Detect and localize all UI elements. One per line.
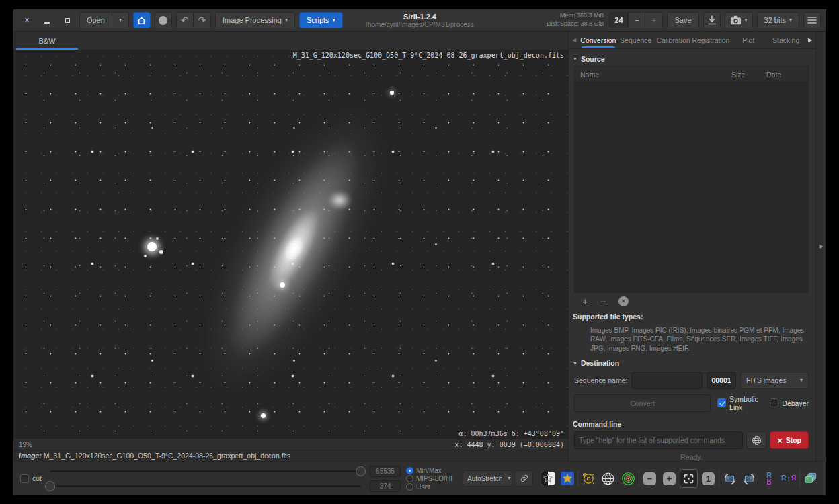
snapshot-button[interactable]: ▾ — [725, 12, 753, 28]
column-date[interactable]: Date — [766, 71, 808, 79]
target-rings-icon — [621, 472, 635, 486]
tab-conversion[interactable]: Conversion — [580, 32, 617, 48]
source-file-list[interactable]: Name Size Date — [574, 66, 809, 293]
image-canvas[interactable]: M_31_G_120x120sec_G100_O50_T-9°C_2024-08… — [13, 50, 568, 439]
output-format-value: FITS images — [746, 376, 787, 384]
photometry-target-button[interactable] — [619, 468, 637, 489]
process-tab-bar: ◀ Conversion Sequence Calibration Regist… — [569, 32, 815, 49]
zoom-out-button[interactable]: − — [641, 468, 659, 489]
debayer-checkbox[interactable]: Debayer — [770, 398, 809, 407]
supported-title: Supported file types: — [573, 312, 810, 325]
sequence-name-input[interactable] — [631, 372, 703, 389]
minimize-window-button[interactable] — [39, 12, 55, 28]
panel-collapse-strip: ▶ — [815, 32, 826, 461]
minimize-icon — [44, 22, 50, 24]
cut-checkbox[interactable]: cut — [20, 474, 42, 483]
checkbox-unchecked-icon — [20, 474, 29, 483]
source-title: Source — [581, 55, 605, 63]
star-detection-button[interactable] — [558, 468, 576, 489]
column-name[interactable]: Name — [575, 71, 731, 79]
negative-view-button[interactable] — [538, 468, 557, 489]
remove-files-button[interactable]: − — [600, 296, 606, 306]
save-button[interactable]: Save — [667, 12, 698, 28]
hamburger-menu-button[interactable] — [803, 12, 821, 28]
image-processing-menu-button[interactable]: Image Processing ▾ — [215, 12, 295, 28]
sequence-counter[interactable]: 00001 — [707, 372, 736, 389]
bright-star — [390, 91, 394, 95]
companion-galaxy — [324, 187, 355, 213]
redo-button[interactable]: ↷ — [194, 12, 211, 28]
zoom-in-button[interactable]: + — [660, 468, 678, 489]
fit-to-window-icon — [683, 473, 694, 485]
threads-count: 24 — [609, 12, 628, 28]
sequence-frames-button[interactable] — [801, 468, 820, 489]
output-format-dropdown[interactable]: FITS images ▾ — [740, 372, 809, 389]
zoom-out-icon: − — [643, 472, 656, 485]
expander-down-icon: ▼ — [573, 361, 577, 366]
mirror-vertical-button[interactable]: R R — [760, 468, 778, 489]
tab-stacking[interactable]: Stacking — [767, 32, 805, 48]
chevron-down-icon: ▾ — [789, 17, 792, 23]
column-size[interactable]: Size — [731, 71, 766, 79]
astrometry-button[interactable] — [599, 468, 617, 489]
stretch-mode-value: AutoStretch — [467, 475, 502, 482]
record-icon — [159, 16, 167, 25]
zoom-one-to-one-button[interactable]: 1 — [699, 468, 717, 489]
save-as-button[interactable] — [703, 12, 721, 28]
clear-list-button[interactable]: × — [618, 296, 629, 306]
add-files-button[interactable]: + — [582, 296, 588, 306]
panel-expand-button[interactable]: ▶ — [819, 243, 823, 249]
radio-user[interactable]: User — [406, 483, 458, 491]
slider-handle[interactable] — [356, 466, 366, 476]
slider-handle[interactable] — [45, 481, 55, 491]
high-level-slider[interactable] — [44, 465, 366, 477]
source-expander[interactable]: ▼ Source — [573, 53, 810, 65]
radio-mips-lo-hi[interactable]: MIPS-LO/HI — [406, 475, 458, 482]
tabs-scroll-right-button[interactable]: ▶ — [805, 32, 815, 48]
open-button[interactable]: Open — [79, 12, 112, 28]
threads-increase-button[interactable]: + — [645, 12, 663, 28]
tab-sequence[interactable]: Sequence — [617, 32, 655, 48]
galaxy-core — [249, 190, 337, 308]
command-input[interactable] — [574, 431, 743, 449]
zoom-fit-button[interactable] — [680, 469, 698, 488]
link-channels-button[interactable] — [516, 470, 533, 487]
tab-plot[interactable]: Plot — [729, 32, 767, 48]
tab-registration[interactable]: Registration — [692, 32, 729, 48]
destination-expander[interactable]: ▼ Destination — [573, 357, 810, 368]
command-help-button[interactable] — [746, 431, 766, 449]
tab-calibration[interactable]: Calibration — [655, 32, 692, 48]
radio-unselected-icon — [406, 483, 413, 491]
convert-button[interactable]: Convert — [574, 394, 711, 412]
bit-depth-dropdown[interactable]: 32 bits ▾ — [757, 12, 799, 28]
mirror-horizontal-button[interactable]: R ↑ Я — [780, 468, 798, 489]
level-sliders: 65535 374 — [44, 464, 401, 493]
rotate-right-button[interactable] — [740, 468, 758, 489]
psf-button[interactable] — [580, 468, 598, 489]
low-level-value[interactable]: 374 — [370, 480, 401, 492]
maximize-window-button[interactable] — [59, 12, 75, 28]
toolbar-left: × Open ▾ ↶ ↷ Image Processing ▾ Scripts … — [19, 12, 366, 28]
open-dropdown-button[interactable]: ▾ — [112, 12, 129, 28]
rotate-left-button[interactable] — [721, 468, 739, 489]
bright-star — [147, 242, 157, 251]
high-level-value[interactable]: 65535 — [370, 466, 401, 477]
zoom-level: 19% — [19, 441, 32, 448]
stretch-mode-dropdown[interactable]: AutoStretch ▾ — [463, 470, 512, 487]
checkbox-checked-icon — [717, 398, 726, 407]
scripts-menu-button[interactable]: Scripts ▾ — [299, 12, 343, 28]
threads-decrease-button[interactable]: − — [628, 12, 645, 28]
home-button[interactable] — [133, 12, 151, 28]
source-list-body[interactable] — [575, 83, 808, 292]
record-button[interactable] — [155, 12, 172, 28]
tab-bw[interactable]: B&W — [13, 32, 81, 50]
undo-button[interactable]: ↶ — [176, 12, 194, 28]
stop-button[interactable]: × Stop — [770, 431, 809, 449]
symbolic-link-checkbox[interactable]: Symbolic Link — [717, 395, 763, 411]
close-window-button[interactable]: × — [19, 12, 35, 28]
tabs-scroll-left-button[interactable]: ◀ — [569, 32, 580, 48]
radio-min-max[interactable]: Min/Max — [406, 467, 458, 474]
toolbar-separator — [577, 470, 578, 487]
low-level-slider[interactable] — [44, 480, 366, 492]
right-panel: ◀ Conversion Sequence Calibration Regist… — [568, 32, 815, 461]
